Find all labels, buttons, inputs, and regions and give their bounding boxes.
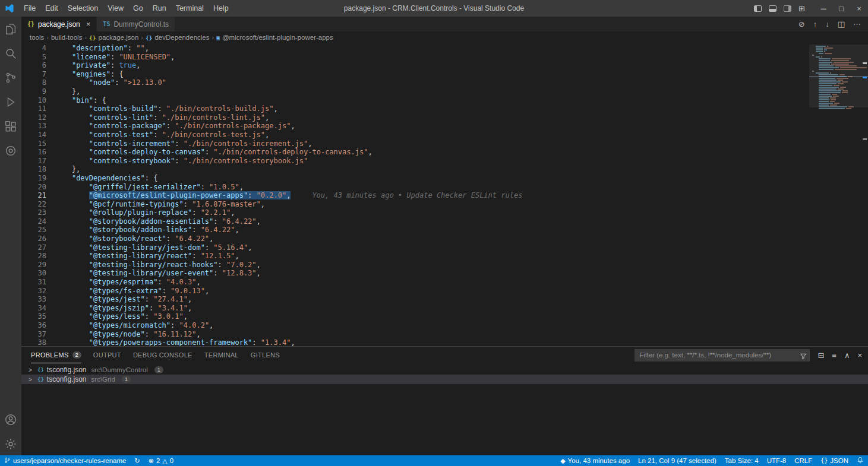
line-number: 17 <box>21 157 46 166</box>
settings-gear-icon[interactable] <box>3 436 18 452</box>
collapse-all-icon[interactable]: ⊟ <box>818 351 824 360</box>
panel-tab-debug-console[interactable]: DEBUG CONSOLE <box>133 347 192 363</box>
tab-package.json[interactable]: {}package.json× <box>21 17 97 31</box>
open-changes-icon[interactable]: ⊘ <box>798 20 805 28</box>
minimap[interactable] <box>809 43 868 346</box>
code-line: 26 "@storybook/react": "6.4.22", <box>21 234 809 243</box>
breadcrumb-item[interactable]: {}devDependencies <box>146 34 210 41</box>
line-number: 25 <box>21 226 46 234</box>
cursor-position[interactable]: Ln 21, Col 9 (47 selected) <box>634 455 721 466</box>
toggle-sidebar-icon[interactable] <box>754 5 762 12</box>
warning-count: 0 <box>170 457 173 464</box>
line-number: 10 <box>21 96 46 105</box>
breadcrumb-label: @microsoft/eslint-plugin-power-apps <box>222 34 333 41</box>
run-and-debug-icon[interactable] <box>3 94 18 110</box>
code-line: 38 "@types/powerapps-component-framework… <box>21 338 809 346</box>
error-count: 2 <box>156 457 160 464</box>
code-editor[interactable]: 4 "description": "",5 "license": "UNLICE… <box>21 43 809 346</box>
minimize-icon[interactable]: ─ <box>815 0 832 17</box>
breadcrumb-item[interactable]: {}package.json <box>89 34 138 41</box>
commit-icon: ◆ <box>560 458 565 464</box>
tab-label: DummyControl.ts <box>113 20 169 28</box>
panel-tab-problems[interactable]: PROBLEMS2 <box>31 347 81 363</box>
view-mode-icon[interactable]: ≡ <box>832 351 837 360</box>
eol-setting[interactable]: CRLF <box>790 455 816 466</box>
menu-file[interactable]: File <box>19 0 40 17</box>
menu-go[interactable]: Go <box>128 0 148 17</box>
close-icon[interactable]: × <box>850 0 868 17</box>
panel-tab-gitlens[interactable]: GITLENS <box>251 347 280 363</box>
breadcrumb-item[interactable]: ▣@microsoft/eslint-plugin-power-apps <box>216 34 333 41</box>
line-number: 9 <box>21 87 46 96</box>
toggle-panel-icon[interactable] <box>769 5 777 12</box>
line-number: 22 <box>21 200 46 209</box>
line-number: 35 <box>21 312 46 321</box>
code-line: 11 "controls-build": "./bin/controls-bui… <box>21 104 809 113</box>
json-file-icon: {} <box>37 376 44 382</box>
breadcrumb-item[interactable]: build-tools <box>51 34 82 41</box>
problem-row[interactable]: >{}tsconfig.jsonsrc\DummyControl1 <box>21 365 868 375</box>
encoding-setting[interactable]: UTF-8 <box>763 455 791 466</box>
problems-indicator[interactable]: ⊗ 2 △ 0 <box>144 455 178 466</box>
language-mode[interactable]: {} JSON <box>816 455 853 466</box>
menu-run[interactable]: Run <box>148 0 171 17</box>
maximize-panel-icon[interactable]: ∧ <box>844 351 850 360</box>
code-line: 13 "controls-package": "./bin/controls-p… <box>21 122 809 131</box>
line-number: 23 <box>21 208 46 217</box>
menu-edit[interactable]: Edit <box>40 0 63 17</box>
warning-icon: △ <box>162 458 167 464</box>
minimap-slider[interactable] <box>809 45 868 107</box>
next-change-icon[interactable]: ↓ <box>825 20 829 28</box>
code-line: 24 "@storybook/addon-essentials": "6.4.2… <box>21 217 809 226</box>
branch-indicator[interactable]: users/jeparson/checker-rules-rename <box>0 455 130 466</box>
explorer-icon[interactable] <box>3 21 18 37</box>
code-line: 22 "@pcf/runtime-typings": "1.6.876-mast… <box>21 200 809 209</box>
menu-selection[interactable]: Selection <box>63 0 103 17</box>
menu-view[interactable]: View <box>103 0 128 17</box>
more-actions-icon[interactable]: ⋯ <box>853 20 861 28</box>
line-number: 7 <box>21 70 46 79</box>
line-number: 38 <box>21 338 46 346</box>
close-tab-icon[interactable]: × <box>86 20 91 28</box>
source-control-icon[interactable] <box>3 70 18 85</box>
sync-button[interactable]: ↻ <box>130 455 144 466</box>
code-line: 16 "controls-deploy-to-canvas": "./bin/c… <box>21 148 809 157</box>
chevron-right-icon[interactable]: > <box>29 367 34 373</box>
remote-targets-icon[interactable] <box>3 143 18 158</box>
problem-count-badge: 1 <box>154 366 163 373</box>
breadcrumb-item[interactable]: tools <box>30 34 44 41</box>
maximize-icon[interactable]: □ <box>832 0 850 17</box>
tab-dummycontrol.ts[interactable]: TSDummyControl.ts <box>97 17 175 31</box>
accounts-icon[interactable] <box>3 412 18 427</box>
customize-layout-icon[interactable]: ⊞ <box>798 4 805 13</box>
line-number: 14 <box>21 131 46 140</box>
toggle-secondary-sidebar-icon[interactable] <box>784 5 791 12</box>
indentation-setting[interactable]: Tab Size: 4 <box>721 455 763 466</box>
menu-terminal[interactable]: Terminal <box>171 0 209 17</box>
gitlens-blame-status[interactable]: ◆ You, 43 minutes ago <box>556 455 634 466</box>
notifications-button[interactable] <box>853 455 868 466</box>
code-line: 29 "@testing-library/react-hooks": "7.0.… <box>21 261 809 270</box>
extensions-icon[interactable] <box>3 119 18 134</box>
line-number: 31 <box>21 278 46 287</box>
menu-help[interactable]: Help <box>209 0 233 17</box>
panel-tab-output[interactable]: OUTPUT <box>93 347 121 363</box>
panel-tabs: PROBLEMS2OUTPUTDEBUG CONSOLETERMINALGITL… <box>31 347 280 363</box>
split-editor-icon[interactable]: ◫ <box>838 20 845 28</box>
problems-filter-input[interactable] <box>635 349 810 362</box>
file-type-icon: TS <box>103 21 110 27</box>
panel-header: PROBLEMS2OUTPUTDEBUG CONSOLETERMINALGITL… <box>21 347 868 363</box>
breadcrumb-separator-icon: › <box>46 34 49 41</box>
problem-row[interactable]: >{}tsconfig.jsonsrc\Grid1 <box>21 375 868 384</box>
breadcrumb-separator-icon: › <box>212 34 214 41</box>
search-icon[interactable] <box>3 46 18 61</box>
chevron-right-icon[interactable]: > <box>29 376 34 383</box>
panel-tab-terminal[interactable]: TERMINAL <box>204 347 239 363</box>
panel-tab-label: OUTPUT <box>93 351 121 359</box>
close-panel-icon[interactable]: × <box>857 351 862 360</box>
braces-icon: {} <box>820 458 828 464</box>
previous-change-icon[interactable]: ↑ <box>813 20 818 28</box>
sync-icon: ↻ <box>134 458 140 464</box>
file-type-icon: {} <box>27 21 34 27</box>
overview-ruler-mark <box>863 77 867 78</box>
